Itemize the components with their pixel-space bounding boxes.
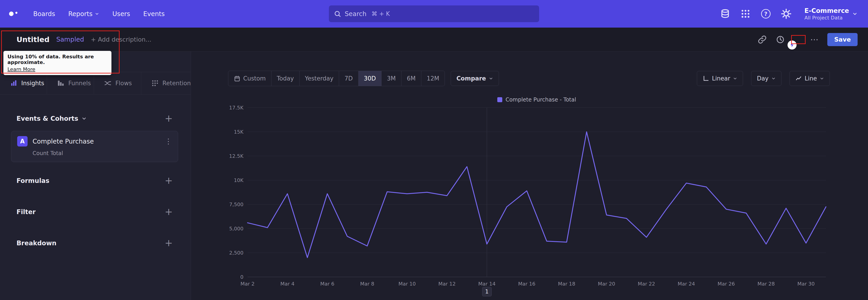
chevron-down-icon [733,76,737,81]
sidebar-section-breakdown: Breakdown+ [0,238,191,248]
chevron-down-icon [95,11,99,16]
settings-gear-icon[interactable] [781,8,792,19]
svg-text:15K: 15K [234,129,244,135]
report-type-tabs: InsightsFunnelsFlowsRetention [0,72,191,94]
legend-swatch [497,97,502,102]
add-filter-button[interactable]: + [165,207,173,217]
help-icon[interactable]: ? [761,8,771,19]
tab-retention[interactable]: Retention [141,72,191,94]
svg-text:Mar 20: Mar 20 [598,281,615,287]
svg-text:Mar 10: Mar 10 [399,281,416,287]
line-chart-icon [795,75,802,82]
event-options-kebab[interactable]: ⋮ [165,137,172,146]
search-placeholder: Search [345,10,366,18]
tab-funnels[interactable]: Funnels [47,72,94,94]
content-area: InsightsFunnelsFlowsRetention Events & C… [0,52,868,300]
event-name[interactable]: Complete Purchase [33,138,160,145]
nav-item-reports[interactable]: Reports [68,10,99,18]
date-range-3m[interactable]: 3M [381,71,401,86]
legend-label: Complete Purchase - Total [505,96,576,103]
date-range-12m[interactable]: 12M [421,71,445,86]
day-dropdown[interactable]: Day [751,71,781,86]
compare-button[interactable]: Compare [451,71,499,86]
logo-dot-small [16,12,18,14]
date-range-30d[interactable]: 30D [358,71,381,86]
chevron-down-icon [819,76,824,81]
add-breakdown-button[interactable]: + [165,238,173,248]
svg-text:5,000: 5,000 [229,226,243,232]
chevron-down-icon [81,116,87,121]
history-icon[interactable] [776,35,785,44]
events-cohorts-toggle[interactable]: Events & Cohorts [17,115,87,122]
svg-text:Mar 2: Mar 2 [241,281,255,287]
sidebar-sections: Formulas+Filter+Breakdown+ [0,176,191,248]
pagination-page-1[interactable]: 1 [482,287,492,296]
save-button[interactable]: Save [827,33,858,46]
apps-grid-icon[interactable] [740,8,751,19]
add-event-button[interactable]: + [165,114,173,123]
svg-text:Mar 4: Mar 4 [280,281,294,287]
event-card[interactable]: A Complete Purchase ⋮ Count Total [11,131,178,162]
mixpanel-app: BoardsReportsUsersEvents Search ⌘ + K ? … [0,0,868,300]
project-name: E-Commerce [804,7,849,14]
add-description-button[interactable]: + Add description... [91,36,151,43]
sampled-badge[interactable]: Sampled [56,36,84,43]
more-menu-button[interactable]: ⋯ [810,35,818,43]
svg-text:Mar 14: Mar 14 [478,281,496,287]
date-range-6m[interactable]: 6M [401,71,421,86]
primary-nav: BoardsReportsUsersEvents [33,10,165,18]
svg-text:Mar 16: Mar 16 [518,281,535,287]
chevron-down-icon [489,76,493,81]
chevron-down-icon [771,76,776,81]
nav-item-events[interactable]: Events [143,10,165,18]
chart-toolbar: CustomTodayYesterday7D30D3M6M12M Compare… [191,71,868,86]
project-scope: All Project Data [804,15,849,21]
retention-icon [151,79,159,87]
svg-text:0: 0 [240,274,243,280]
event-metric[interactable]: Count Total [33,150,172,156]
tab-insights[interactable]: Insights [0,72,47,94]
nav-item-boards[interactable]: Boards [33,10,55,18]
svg-text:Mar 12: Mar 12 [438,281,456,287]
mixpanel-logo[interactable] [9,11,18,16]
view-controls: LinearDayLine [697,71,830,86]
svg-text:12.5K: 12.5K [229,153,244,159]
svg-text:10K: 10K [234,177,244,183]
line-dropdown[interactable]: Line [789,71,830,86]
svg-text:Mar 28: Mar 28 [757,281,775,287]
linear-dropdown[interactable]: Linear [697,71,743,86]
svg-text:7,500: 7,500 [229,202,243,207]
svg-text:Mar 6: Mar 6 [320,281,335,287]
date-range-7d[interactable]: 7D [339,71,358,86]
add-formulas-button[interactable]: + [165,176,173,185]
chevron-down-icon [852,11,858,17]
funnels-icon [57,79,65,87]
insights-icon [10,79,18,87]
nav-item-users[interactable]: Users [112,10,130,18]
database-icon[interactable] [720,8,730,19]
sidebar-section-formulas: Formulas+ [0,176,191,186]
tab-flows[interactable]: Flows [94,72,141,94]
date-range-today[interactable]: Today [271,71,299,86]
search-input[interactable]: Search ⌘ + K [329,5,539,22]
date-range-yesterday[interactable]: Yesterday [299,71,339,86]
chart-panel: CustomTodayYesterday7D30D3M6M12M Compare… [191,52,868,300]
svg-text:Mar 30: Mar 30 [798,281,815,287]
lightning-bolt-icon [789,42,795,48]
query-sidebar: InsightsFunnelsFlowsRetention Events & C… [0,52,191,300]
event-series-badge: A [17,136,28,147]
svg-text:Mar 18: Mar 18 [558,281,576,287]
learn-more-link[interactable]: Learn More [7,66,35,72]
sidebar-section-filter: Filter+ [0,207,191,217]
svg-text:17.5K: 17.5K [229,106,244,111]
events-cohorts-label: Events & Cohorts [17,115,78,122]
line-chart[interactable]: 02,5005,0007,50010K12.5K15K17.5KMar 2Mar… [191,106,868,298]
svg-text:Mar 26: Mar 26 [718,281,735,287]
project-switcher[interactable]: E-Commerce All Project Data [804,7,858,21]
flows-icon [104,79,112,87]
report-title[interactable]: Untitled [17,35,50,44]
date-range-custom[interactable]: Custom [228,71,271,86]
logo-dot-large [9,11,13,16]
share-link-icon[interactable] [758,35,767,44]
search-icon [334,10,341,18]
